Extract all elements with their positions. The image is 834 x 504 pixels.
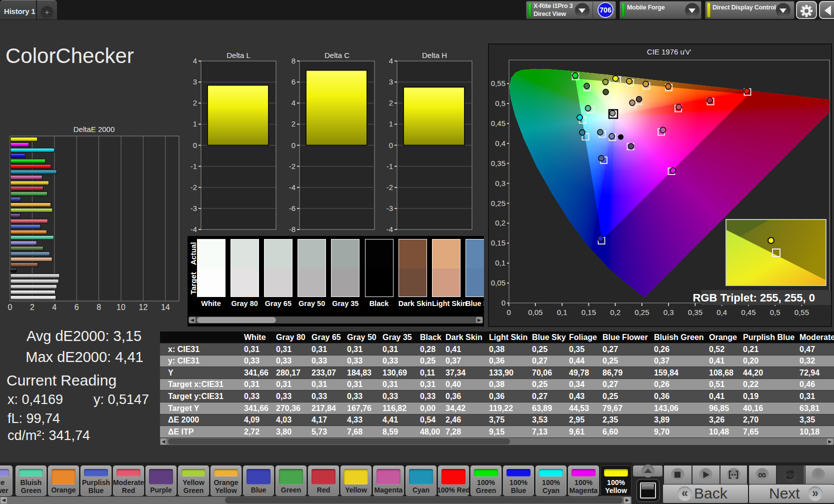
svg-text:4: 4 (52, 303, 56, 312)
svg-text:-2: -2 (386, 183, 393, 192)
svg-text:0,1: 0,1 (495, 258, 506, 267)
svg-text:0,55: 0,55 (491, 79, 506, 88)
svg-text:0: 0 (502, 298, 506, 307)
svg-text:0,4: 0,4 (716, 308, 727, 316)
svg-text:0,4: 0,4 (495, 139, 506, 148)
svg-text:RGB Triplet: 255, 255, 0: RGB Triplet: 255, 255, 0 (692, 292, 815, 304)
svg-text:0: 0 (389, 141, 393, 150)
svg-text:0,5: 0,5 (495, 99, 506, 108)
svg-text:0,35: 0,35 (491, 159, 506, 168)
svg-text:0,25: 0,25 (491, 199, 506, 208)
svg-text:1: 1 (193, 120, 197, 128)
svg-text:-4: -4 (190, 225, 197, 234)
svg-text:0,35: 0,35 (688, 308, 702, 316)
svg-text:-8: -8 (289, 225, 296, 234)
svg-text:-3: -3 (386, 204, 393, 212)
svg-text:0,45: 0,45 (491, 119, 506, 128)
svg-text:8: 8 (96, 303, 101, 312)
svg-text:DeltaE 2000: DeltaE 2000 (74, 125, 115, 134)
svg-text:-1: -1 (386, 162, 393, 170)
svg-text:0: 0 (193, 141, 197, 150)
svg-text:2: 2 (292, 120, 296, 128)
svg-text:Delta H: Delta H (422, 51, 447, 60)
svg-text:4: 4 (193, 56, 197, 65)
svg-text:0,1: 0,1 (557, 308, 568, 316)
svg-text:-1: -1 (190, 162, 197, 170)
svg-text:0,25: 0,25 (634, 308, 649, 316)
svg-text:3: 3 (389, 78, 393, 86)
svg-text:-3: -3 (190, 204, 197, 212)
svg-text:1: 1 (389, 120, 393, 128)
svg-text:∞: ∞ (758, 468, 766, 481)
svg-text:0: 0 (506, 308, 510, 316)
svg-text:4: 4 (292, 98, 296, 107)
svg-text:-4: -4 (289, 183, 296, 192)
svg-text:0,15: 0,15 (582, 308, 596, 316)
svg-text:6: 6 (74, 303, 79, 312)
svg-text:-6: -6 (289, 204, 296, 212)
svg-text:2: 2 (389, 98, 393, 107)
svg-text:0,5: 0,5 (770, 308, 780, 316)
svg-text:0,05: 0,05 (528, 308, 542, 316)
svg-text:0,55: 0,55 (794, 308, 809, 316)
svg-text:Delta C: Delta C (324, 51, 350, 60)
svg-text:4: 4 (389, 56, 393, 65)
svg-text:12: 12 (139, 303, 148, 312)
svg-text:0,3: 0,3 (495, 179, 506, 188)
svg-text:3: 3 (193, 78, 197, 86)
svg-text:-2: -2 (190, 183, 197, 192)
svg-text:10: 10 (116, 303, 126, 312)
svg-text:0,3: 0,3 (664, 308, 674, 316)
svg-text:2: 2 (193, 98, 197, 107)
svg-text:-2: -2 (289, 162, 296, 170)
svg-text:CIE 1976 u'v': CIE 1976 u'v' (647, 48, 691, 56)
svg-text:0,2: 0,2 (495, 218, 506, 227)
svg-text:0,15: 0,15 (491, 238, 506, 247)
svg-text:0: 0 (8, 303, 12, 312)
svg-text:2: 2 (30, 303, 34, 312)
svg-text:Delta L: Delta L (226, 51, 250, 60)
svg-text:-4: -4 (386, 225, 393, 234)
svg-text:8: 8 (292, 56, 296, 65)
svg-text:0: 0 (292, 141, 296, 150)
svg-text:14: 14 (161, 303, 170, 312)
svg-text:0,45: 0,45 (741, 308, 756, 316)
svg-text:0,2: 0,2 (610, 308, 620, 316)
svg-text:0,05: 0,05 (491, 278, 506, 287)
svg-text:6: 6 (292, 78, 296, 86)
